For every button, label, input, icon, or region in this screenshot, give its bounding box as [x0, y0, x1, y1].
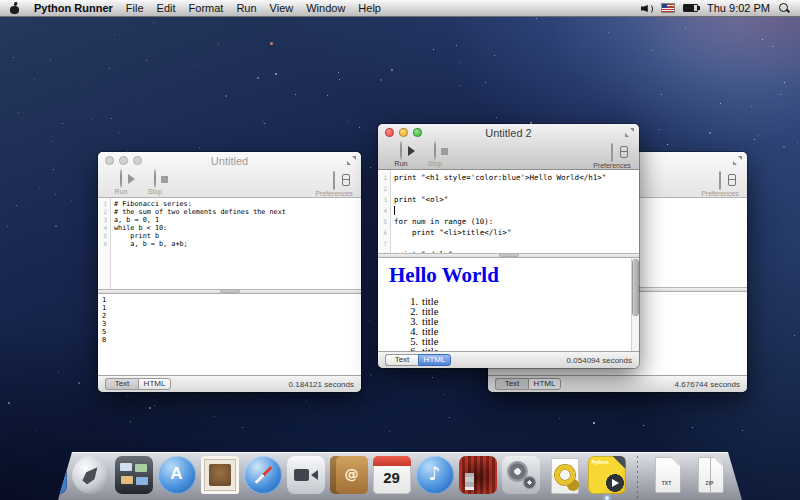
html-tab[interactable]: HTML: [138, 378, 171, 390]
zoom-button[interactable]: [413, 128, 422, 137]
stop-button[interactable]: Stop: [418, 142, 452, 169]
center-titlebar[interactable]: Untitled 2: [378, 124, 639, 141]
keyboard-flag-icon[interactable]: [662, 4, 674, 12]
left-titlebar[interactable]: Untitled: [98, 152, 361, 169]
code-line: 5for num in range (10):: [378, 216, 639, 227]
menu-edit[interactable]: Edit: [157, 2, 176, 14]
left-bottombar: Text HTML 0.184121 seconds: [98, 375, 361, 392]
stop-icon: [434, 141, 436, 160]
left-traffic-lights: [105, 156, 142, 165]
stop-label: Stop: [418, 160, 452, 167]
execution-time: 0.054094 seconds: [567, 356, 632, 365]
preferences-icon: [611, 143, 613, 162]
dock-icon-ical[interactable]: 29: [373, 456, 411, 494]
left-view-switch: Text HTML: [105, 378, 171, 390]
text-tab[interactable]: Text: [105, 378, 138, 390]
menu-format[interactable]: Format: [189, 2, 224, 14]
dock-icon-safari[interactable]: [244, 456, 282, 494]
line-number: 3: [98, 216, 110, 224]
run-button[interactable]: Run: [104, 170, 138, 197]
execution-time: 4.676744 seconds: [675, 380, 740, 389]
dock-icon-app-store[interactable]: [158, 456, 196, 494]
preferences-button[interactable]: Preferences: [589, 144, 635, 169]
close-button[interactable]: [105, 156, 114, 165]
html-tab[interactable]: HTML: [528, 378, 561, 390]
left-editor[interactable]: 1# Fibonacci series:2# the sum of two el…: [98, 198, 361, 289]
play-icon: [400, 141, 402, 160]
line-number: 6: [378, 227, 390, 238]
code-line: 2# the sum of two elements defines the n…: [98, 208, 361, 216]
running-indicator: [605, 496, 609, 500]
dock-icon-zip-file[interactable]: ZIP: [691, 456, 729, 494]
line-number: 4: [98, 224, 110, 232]
code-line: 3print "<ol>": [378, 194, 639, 205]
close-button[interactable]: [385, 128, 394, 137]
dock-icon-itunes[interactable]: [416, 456, 454, 494]
stop-button[interactable]: Stop: [138, 170, 172, 197]
volume-icon[interactable]: [641, 3, 653, 13]
menubar-menus: FileEditFormatRunViewWindowHelp: [126, 2, 394, 14]
fullscreen-icon[interactable]: [733, 156, 742, 165]
code-line: 4: [378, 205, 639, 216]
minimize-button[interactable]: [399, 128, 408, 137]
line-number: 2: [378, 183, 390, 194]
menu-file[interactable]: File: [126, 2, 144, 14]
fullscreen-icon[interactable]: [347, 156, 356, 165]
left-window-chrome: Untitled Run Stop Preferences: [98, 152, 361, 198]
battery-icon[interactable]: [683, 4, 698, 12]
code-text: print "<li>title</li>": [390, 227, 511, 238]
dock-icon-launchpad[interactable]: [72, 456, 110, 494]
scrollbar-thumb[interactable]: [633, 260, 638, 315]
dock-icon-mission-control[interactable]: [115, 456, 153, 494]
code-text: print "<ol>": [390, 194, 448, 205]
run-button[interactable]: Run: [384, 142, 418, 169]
code-text: # Fibonacci series:: [110, 200, 192, 208]
output-scrollbar[interactable]: [631, 258, 639, 351]
center-editor[interactable]: 1print "<h1 style='color:blue'>Hello Wor…: [378, 170, 639, 253]
zoom-button[interactable]: [133, 156, 142, 165]
preferences-button[interactable]: Preferences: [311, 172, 357, 197]
dock-icon-system-preferences[interactable]: [502, 456, 540, 494]
apple-menu-icon[interactable]: [10, 2, 20, 14]
fullscreen-icon[interactable]: [625, 128, 634, 137]
menu-run[interactable]: Run: [236, 2, 256, 14]
dock-icon-address-book[interactable]: [330, 456, 368, 494]
dock-icon-facetime[interactable]: [287, 456, 325, 494]
spotlight-icon[interactable]: [779, 3, 790, 14]
dock-icon-mail[interactable]: [201, 456, 239, 494]
menu-window[interactable]: Window: [306, 2, 345, 14]
code-text: while b < 10:: [110, 224, 167, 232]
code-text: [390, 183, 394, 194]
html-tab[interactable]: HTML: [418, 354, 451, 366]
right-bottombar: Text HTML 4.676744 seconds: [488, 375, 747, 392]
center-toolbar: Run Stop Preferences: [378, 141, 639, 169]
preferences-button[interactable]: Preferences: [697, 172, 743, 197]
center-traffic-lights: [385, 128, 422, 137]
dock-icon-photo-booth[interactable]: [459, 456, 497, 494]
menu-clock[interactable]: Thu 9:02 PM: [707, 2, 770, 14]
preferences-icon: [333, 171, 335, 190]
text-tab[interactable]: Text: [495, 378, 528, 390]
right-view-switch: Text HTML: [495, 378, 561, 390]
minimize-button[interactable]: [119, 156, 128, 165]
center-window-chrome: Untitled 2 Run Stop Preferences: [378, 124, 639, 170]
center-bottombar: Text HTML 0.054094 seconds: [378, 351, 639, 368]
output-line: 1: [98, 296, 361, 304]
code-text: a, b = 0, 1: [110, 216, 159, 224]
dock-icon-python-doc[interactable]: [545, 456, 583, 494]
dock-icon-label: TXT: [648, 480, 686, 486]
dock-icon-python-runner[interactable]: Python: [588, 456, 626, 494]
preferences-icon: [719, 171, 721, 190]
preferences-label: Preferences: [697, 190, 743, 197]
execution-time: 0.184121 seconds: [289, 380, 354, 389]
code-line: 1print "<h1 style='color:blue'>Hello Wor…: [378, 172, 639, 183]
code-line: 7: [378, 238, 639, 249]
app-menu-title[interactable]: Python Runner: [34, 2, 113, 14]
line-number: 7: [378, 238, 390, 249]
center-view-switch: Text HTML: [385, 354, 451, 366]
text-tab[interactable]: Text: [385, 354, 418, 366]
dock-separator: [631, 456, 643, 498]
menu-view[interactable]: View: [270, 2, 294, 14]
dock-icon-txt-file[interactable]: TXT: [648, 456, 686, 494]
menu-help[interactable]: Help: [358, 2, 381, 14]
